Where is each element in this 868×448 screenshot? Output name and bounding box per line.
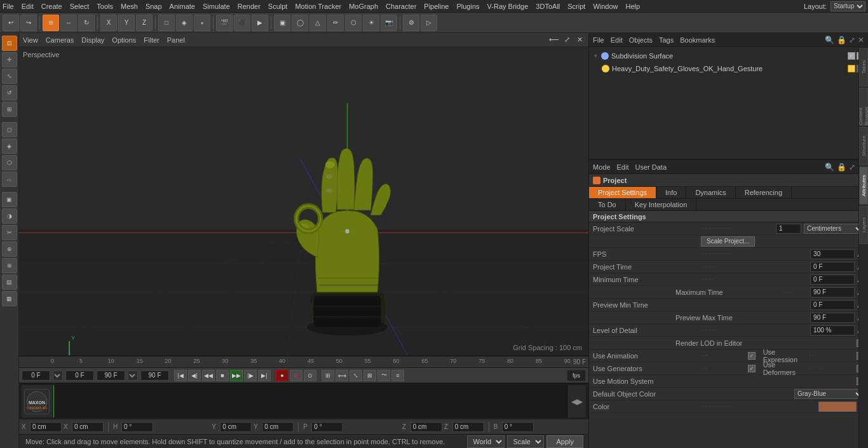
paint-button[interactable]: ◑ [2, 208, 17, 224]
color-swatch[interactable] [818, 402, 857, 412]
obj-checkmark-1[interactable]: ✓ [848, 52, 855, 60]
layout-select[interactable]: Startup [831, 1, 865, 11]
texture-mode-button[interactable]: ◈ [176, 15, 193, 31]
menu-simulate[interactable]: Simulate [203, 3, 230, 10]
attr-menu-edit[interactable]: Edit [617, 163, 629, 171]
expand-arrow[interactable]: ▼ [593, 53, 599, 59]
sub-tab-dynamics[interactable]: Dynamics [686, 187, 735, 198]
obj-menu-bookmarks[interactable]: Bookmarks [680, 36, 715, 44]
menu-vray[interactable]: V-Ray Bridge [487, 3, 529, 10]
start-frame-input[interactable] [65, 370, 94, 381]
polygon-button[interactable]: ⬡ [345, 15, 362, 31]
move-icon-button[interactable]: ✛ [2, 52, 17, 67]
apply-button[interactable]: Apply [546, 435, 583, 448]
preview-max-input[interactable] [810, 313, 855, 323]
spline-tool-button[interactable]: ⌓ [2, 172, 17, 187]
record-button[interactable]: ⬛ [234, 15, 250, 31]
use-generators-checkbox[interactable]: ✓ [748, 365, 756, 372]
strip-tab-content-browser[interactable]: Content Browser [859, 88, 868, 126]
viewport-menu-filter[interactable]: Filter [144, 36, 159, 44]
menu-snap[interactable]: Snap [146, 3, 162, 10]
obj-menu-objects[interactable]: Objects [629, 36, 653, 44]
sphere-button[interactable]: ◯ [292, 15, 308, 31]
world-dropdown[interactable]: World [467, 435, 505, 448]
default-color-select[interactable]: Gray-Blue [794, 389, 864, 399]
min-time-input[interactable] [810, 275, 855, 285]
fps-input[interactable] [810, 249, 855, 259]
use-animation-checkbox[interactable]: ✓ [748, 352, 756, 360]
cube-button[interactable]: ▣ [274, 15, 290, 31]
obj-menu-edit[interactable]: Edit [611, 36, 623, 44]
obj-lock-icon[interactable]: 🔒 [837, 36, 846, 44]
preview-end-input[interactable] [140, 370, 169, 381]
y2-input[interactable] [262, 422, 294, 432]
strip-tab-attributes[interactable]: Attributes [859, 166, 868, 205]
key-scale-button[interactable]: ⤡ [349, 370, 362, 381]
obj-close-icon[interactable]: ✕ [858, 36, 864, 44]
project-scale-unit[interactable]: Centimeters [804, 224, 864, 234]
next-key-button[interactable]: |▶ [244, 370, 257, 381]
x-input[interactable] [30, 422, 62, 432]
point-tool-button[interactable]: ⬡ [2, 155, 17, 170]
menu-animate[interactable]: Animate [170, 3, 195, 10]
key-move-button[interactable]: ⟷ [336, 370, 348, 381]
x2-input[interactable] [72, 422, 104, 432]
attr-search-icon[interactable]: 🔍 [825, 163, 834, 172]
current-frame-input[interactable] [22, 370, 50, 381]
menu-edit[interactable]: Edit [22, 3, 34, 10]
obj-expand-icon[interactable]: ⤢ [849, 36, 855, 44]
knife-tool-button[interactable]: ✂ [2, 225, 17, 240]
pen-button[interactable]: ✏ [327, 15, 344, 31]
obj-menu-file[interactable]: File [593, 36, 604, 44]
max-time-input[interactable] [810, 287, 855, 297]
project-scale-input[interactable] [776, 224, 801, 234]
menu-select[interactable]: Select [70, 3, 90, 10]
undo-button[interactable]: ↩ [3, 15, 19, 31]
b-input[interactable] [502, 422, 534, 432]
menu-tools[interactable]: Tools [97, 3, 113, 10]
live-selection-button[interactable]: ▣ [2, 192, 17, 207]
timeline-scroll-end[interactable]: ◀▶ [571, 397, 583, 406]
timeline-view-button[interactable]: ≡ [391, 370, 404, 381]
world-axis-button[interactable]: Y [118, 15, 135, 31]
scale-project-button[interactable]: Scale Project... [701, 236, 755, 247]
sub-tab-key-interp[interactable]: Key Interpolation [626, 199, 697, 210]
viewport-menu-view[interactable]: View [23, 36, 38, 44]
prev-key-button[interactable]: ◀| [188, 370, 201, 381]
z2-input[interactable] [452, 422, 484, 432]
play-back-button[interactable]: ◀◀ [202, 370, 215, 381]
parent-axis-button[interactable]: Z [136, 15, 153, 31]
record-button[interactable]: ● [276, 370, 288, 381]
attr-menu-mode[interactable]: Mode [593, 163, 611, 171]
obj-search-icon[interactable]: 🔍 [825, 36, 834, 44]
camera-button[interactable]: 📷 [381, 15, 397, 31]
menu-pipeline[interactable]: Pipeline [424, 3, 449, 10]
transform-icon-button[interactable]: ⊞ [2, 102, 17, 117]
project-time-input[interactable] [810, 262, 855, 272]
object-tree[interactable]: ▼ Subdivision Surface ✓ ✓ Heavy_Duty_Saf… [589, 47, 868, 159]
edge-tool-button[interactable]: ◈ [2, 139, 17, 154]
model-mode-button[interactable]: □ [158, 15, 175, 31]
menu-3dtoall[interactable]: 3DToAll [536, 3, 560, 10]
viewport-menu-options[interactable]: Options [112, 36, 136, 44]
play-forward-button[interactable]: ▶▶ [230, 370, 243, 381]
key-delete-button[interactable]: ⊠ [363, 370, 376, 381]
viewport-icon-close[interactable]: ✕ [574, 35, 585, 45]
obj-row-subdivision[interactable]: ▼ Subdivision Surface ✓ ✓ [592, 50, 865, 62]
end-frame-select[interactable] [128, 370, 138, 381]
move-tool-button[interactable]: ⊕ [43, 15, 59, 31]
object-axis-button[interactable]: X [100, 15, 117, 31]
menu-create[interactable]: Create [41, 3, 62, 10]
rotate-tool-button[interactable]: ↻ [78, 15, 95, 31]
render-button[interactable]: ▷ [421, 15, 437, 31]
strip-tab-layers[interactable]: Layers [859, 206, 868, 244]
scale-tool-button[interactable]: ↔ [60, 15, 77, 31]
menu-window[interactable]: Window [593, 3, 618, 10]
menu-sculpt[interactable]: Sculpt [268, 3, 288, 10]
bevel-button[interactable]: ▦ [2, 291, 17, 306]
obj-row-glove[interactable]: Heavy_Duty_Safety_Gloves_OK_Hand_Gesture… [592, 62, 865, 75]
viewport-icon-expand[interactable]: ⤢ [562, 35, 572, 45]
sub-tab-project-settings[interactable]: Project Settings [589, 187, 656, 198]
timeline-body[interactable]: MAXON CINEMA 4D ◀▶ [19, 383, 588, 419]
film-button[interactable]: 🎬 [216, 15, 233, 31]
